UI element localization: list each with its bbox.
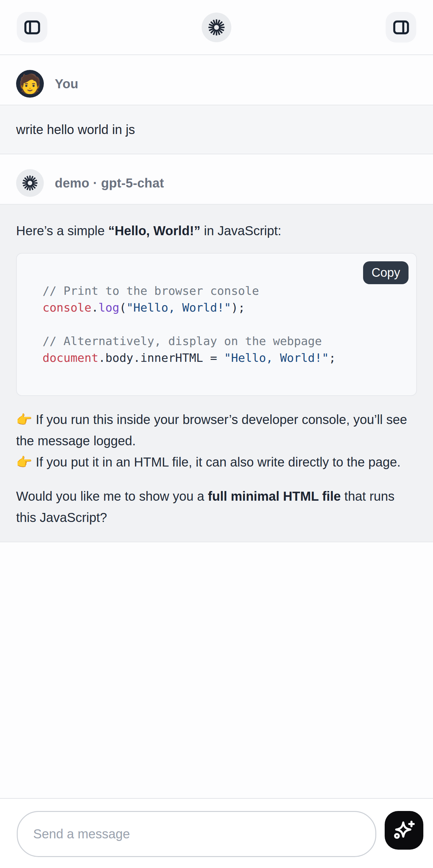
assistant-message-band: Here’s a simple “Hello, World!” in JavaS…	[0, 204, 433, 542]
assistant-closing-text: Would you like me to show you a full min…	[16, 486, 417, 528]
user-message-text: write hello world in js	[16, 122, 417, 137]
note-line: 👉 If you put it in an HTML file, it can …	[16, 452, 417, 473]
app-logo	[202, 12, 231, 42]
assistant-model-label: demo · gpt-5-chat	[55, 176, 164, 190]
code-block: Copy // Print to the browser consolecons…	[16, 253, 417, 396]
user-message-band: write hello world in js	[0, 105, 433, 154]
chat-scroll-area: 🧑 You write hello world in js demo · gpt…	[0, 55, 433, 798]
user-avatar: 🧑	[16, 70, 44, 98]
assistant-avatar	[16, 169, 44, 197]
input-placeholder: Send a message	[33, 827, 130, 841]
right-panel-toggle-button[interactable]	[385, 12, 416, 42]
starburst-icon	[208, 19, 225, 36]
top-bar	[0, 0, 433, 55]
assistant-intro-text: Here’s a simple “Hello, World!” in JavaS…	[16, 220, 417, 241]
chat-app: 🧑 You write hello world in js demo · gpt…	[0, 0, 433, 868]
send-button[interactable]	[385, 811, 423, 849]
assistant-notes-text: 👉 If you run this inside your browser’s …	[16, 409, 417, 473]
panel-left-icon	[24, 19, 41, 36]
assistant-turn: demo · gpt-5-chat Here’s a simple “Hello…	[0, 154, 433, 542]
note-line: 👉 If you run this inside your browser’s …	[16, 409, 417, 452]
user-turn: 🧑 You write hello world in js	[0, 55, 433, 154]
panel-right-icon	[393, 19, 410, 36]
composer-bar: Send a message	[0, 798, 433, 868]
sidebar-toggle-button[interactable]	[17, 12, 48, 42]
sparkles-icon	[392, 818, 416, 842]
assistant-turn-header: demo · gpt-5-chat	[0, 154, 433, 204]
person-emoji: 🧑	[18, 74, 41, 93]
copy-button[interactable]: Copy	[363, 261, 408, 284]
message-input[interactable]: Send a message	[17, 811, 376, 857]
user-turn-header: 🧑 You	[0, 55, 433, 105]
user-name-label: You	[55, 77, 78, 91]
starburst-icon	[22, 175, 38, 191]
code-content: // Print to the browser consoleconsole.l…	[17, 254, 416, 395]
